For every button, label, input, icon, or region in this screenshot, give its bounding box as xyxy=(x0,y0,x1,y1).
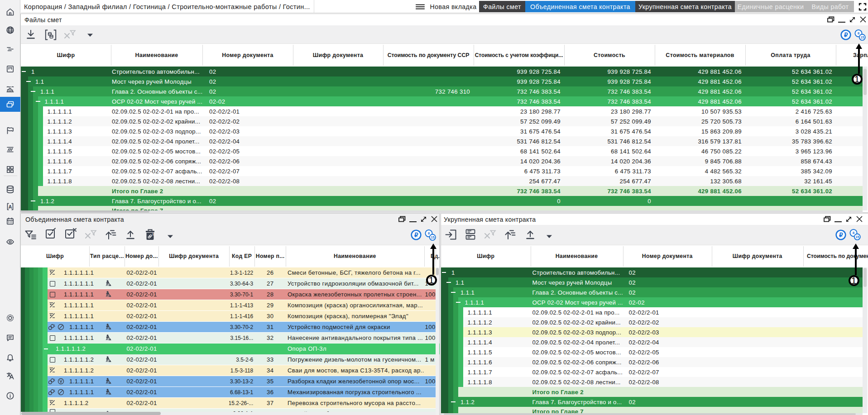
svg-text:8: 8 xyxy=(858,31,860,35)
svg-text:1: 1 xyxy=(54,324,56,327)
svg-text:₽: ₽ xyxy=(839,232,843,239)
svg-text:8: 8 xyxy=(428,231,430,235)
svg-text:15: 15 xyxy=(855,235,859,239)
svg-text:1: 1 xyxy=(54,378,56,382)
svg-text:15: 15 xyxy=(860,35,864,39)
svg-text:1: 1 xyxy=(54,389,56,392)
svg-text:₽: ₽ xyxy=(414,232,418,239)
svg-text:1: 1 xyxy=(152,232,154,236)
svg-text:8: 8 xyxy=(853,231,855,235)
svg-text:15: 15 xyxy=(431,235,434,239)
svg-text:₽: ₽ xyxy=(844,32,848,38)
svg-text:A: A xyxy=(9,204,12,210)
